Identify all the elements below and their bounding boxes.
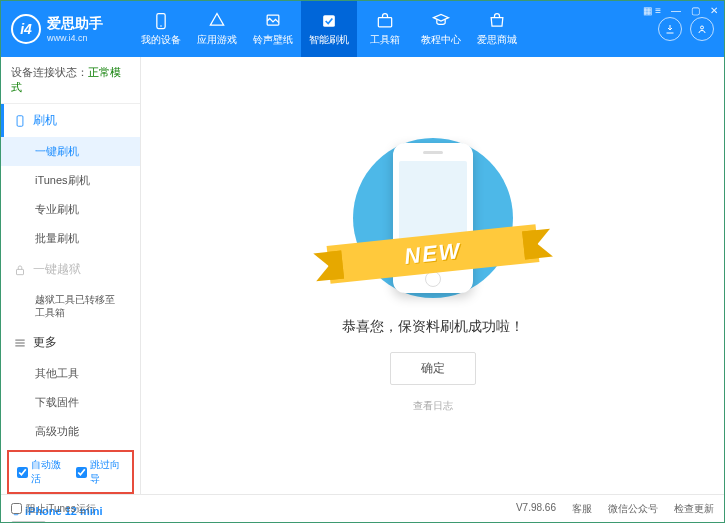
jailbreak-note: 越狱工具已转移至 工具箱	[1, 286, 140, 326]
version-label: V7.98.66	[516, 502, 556, 516]
svg-rect-7	[17, 269, 24, 274]
nav-store[interactable]: 爱思商城	[469, 1, 525, 57]
titlebar: ▦ ≡ — ▢ ✕ i4 爱思助手 www.i4.cn 我的设备 应用游戏 铃声…	[1, 1, 724, 57]
lock-icon	[13, 263, 27, 277]
nav-toolbox[interactable]: 工具箱	[357, 1, 413, 57]
svg-rect-4	[378, 18, 391, 27]
nav-my-device[interactable]: 我的设备	[133, 1, 189, 57]
app-window: ▦ ≡ — ▢ ✕ i4 爱思助手 www.i4.cn 我的设备 应用游戏 铃声…	[1, 1, 724, 522]
sidebar-item-other-tools[interactable]: 其他工具	[1, 359, 140, 388]
footer-update[interactable]: 检查更新	[674, 502, 714, 516]
check-skip-guide[interactable]: 跳过向导	[76, 458, 125, 486]
sidebar-item-advanced[interactable]: 高级功能	[1, 417, 140, 446]
success-illustration: NEW	[353, 138, 513, 298]
download-icon[interactable]	[658, 17, 682, 41]
connection-status: 设备连接状态：正常模式	[1, 57, 140, 104]
sidebar: 设备连接状态：正常模式 刷机 一键刷机 iTunes刷机 专业刷机 批量刷机 一…	[1, 57, 141, 494]
svg-point-5	[701, 26, 704, 29]
options-checks: 自动激活 跳过向导	[7, 450, 134, 494]
footer: 阻止iTunes运行 V7.98.66 客服 微信公众号 检查更新	[1, 494, 724, 522]
logo-icon: i4	[11, 14, 41, 44]
check-auto-activate[interactable]: 自动激活	[17, 458, 66, 486]
check-block-itunes[interactable]: 阻止iTunes运行	[11, 502, 96, 516]
minimize-button[interactable]: —	[671, 5, 681, 16]
more-icon	[13, 336, 27, 350]
section-jailbreak: 一键越狱	[1, 253, 140, 286]
sidebar-item-itunes-flash[interactable]: iTunes刷机	[1, 166, 140, 195]
footer-service[interactable]: 客服	[572, 502, 592, 516]
sidebar-item-pro-flash[interactable]: 专业刷机	[1, 195, 140, 224]
sidebar-item-onekey-flash[interactable]: 一键刷机	[1, 137, 140, 166]
svg-rect-6	[17, 115, 23, 126]
app-name: 爱思助手	[47, 15, 103, 33]
ok-button[interactable]: 确定	[390, 352, 476, 385]
phone-icon	[13, 114, 27, 128]
footer-wechat[interactable]: 微信公众号	[608, 502, 658, 516]
nav-tabs: 我的设备 应用游戏 铃声壁纸 智能刷机 工具箱 教程中心 爱思商城	[133, 1, 648, 57]
success-message: 恭喜您，保资料刷机成功啦！	[342, 318, 524, 336]
nav-apps-games[interactable]: 应用游戏	[189, 1, 245, 57]
nav-ringtone-wallpaper[interactable]: 铃声壁纸	[245, 1, 301, 57]
close-button[interactable]: ✕	[710, 5, 718, 16]
section-flash[interactable]: 刷机	[1, 104, 140, 137]
body: 设备连接状态：正常模式 刷机 一键刷机 iTunes刷机 专业刷机 批量刷机 一…	[1, 57, 724, 494]
section-more[interactable]: 更多	[1, 326, 140, 359]
sidebar-item-batch-flash[interactable]: 批量刷机	[1, 224, 140, 253]
svg-rect-3	[323, 15, 335, 27]
view-log-link[interactable]: 查看日志	[413, 399, 453, 413]
nav-smart-flash[interactable]: 智能刷机	[301, 1, 357, 57]
nav-tutorials[interactable]: 教程中心	[413, 1, 469, 57]
main-content: NEW 恭喜您，保资料刷机成功啦！ 确定 查看日志	[141, 57, 724, 494]
sidebar-item-download-fw[interactable]: 下载固件	[1, 388, 140, 417]
svg-point-1	[160, 25, 162, 27]
app-url: www.i4.cn	[47, 33, 103, 43]
maximize-button[interactable]: ▢	[691, 5, 700, 16]
account-icons	[658, 17, 714, 41]
menu-icon[interactable]: ▦ ≡	[643, 5, 661, 16]
app-logo: i4 爱思助手 www.i4.cn	[11, 14, 103, 44]
user-icon[interactable]	[690, 17, 714, 41]
window-controls: ▦ ≡ — ▢ ✕	[643, 5, 718, 16]
